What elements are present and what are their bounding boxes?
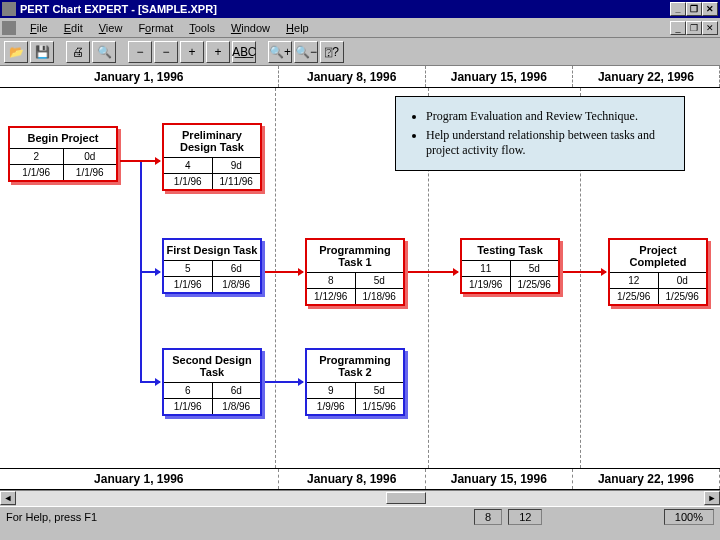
scroll-thumb[interactable] [386, 492, 426, 504]
menu-edit[interactable]: Edit [56, 20, 91, 36]
app-icon [2, 2, 16, 16]
task-node-prog1[interactable]: Programming Task 1 85d 1/12/961/18/96 [305, 238, 405, 306]
task-node-second-design[interactable]: Second Design Task 66d 1/1/961/8/96 [162, 348, 262, 416]
info-bullet: Program Evaluation and Review Technique. [426, 109, 670, 124]
print-icon[interactable]: 🖨 [66, 41, 90, 63]
status-field-a: 8 [474, 509, 502, 525]
mdi-maximize-button[interactable]: ❐ [686, 21, 702, 35]
mdi-minimize-button[interactable]: _ [670, 21, 686, 35]
info-bullet: Help understand relationship between tas… [426, 128, 670, 158]
toolbar: 📂 💾 🖨 🔍 − − + + A͟B͟C 🔍+ 🔍− ⍰? [0, 38, 720, 66]
status-help: For Help, press F1 [6, 511, 97, 523]
menu-bar: File Edit View Format Tools Window Help … [0, 18, 720, 38]
task-title: Preliminary Design Task [164, 125, 260, 158]
task-title: Testing Task [462, 240, 558, 261]
arrow [265, 381, 303, 383]
timeline-header: January 1, 1996 January 8, 1996 January … [0, 66, 720, 88]
minimize-button[interactable]: _ [670, 2, 686, 16]
status-zoom: 100% [664, 509, 714, 525]
window-title: PERT Chart EXPERT - [SAMPLE.XPR] [20, 3, 670, 15]
status-bar: For Help, press F1 8 12 100% [0, 506, 720, 526]
task-title: First Design Task [164, 240, 260, 261]
timeline-date: January 1, 1996 [0, 469, 279, 489]
horizontal-scrollbar[interactable]: ◄ ► [0, 490, 720, 506]
arrow [140, 271, 160, 273]
zoomout-icon[interactable]: 🔍− [294, 41, 318, 63]
timeline-date: January 22, 1996 [573, 469, 720, 489]
zoom-icon[interactable]: 🔍 [92, 41, 116, 63]
task-node-prog2[interactable]: Programming Task 2 95d 1/9/961/15/96 [305, 348, 405, 416]
task-title: Second Design Task [164, 350, 260, 383]
arrow [265, 271, 303, 273]
timeline-date: January 8, 1996 [279, 66, 426, 87]
close-button[interactable]: ✕ [702, 2, 718, 16]
task-node-completed[interactable]: Project Completed 120d 1/25/961/25/96 [608, 238, 708, 306]
timeline-date: January 8, 1996 [279, 469, 426, 489]
menu-format[interactable]: Format [130, 20, 181, 36]
minus-icon[interactable]: − [128, 41, 152, 63]
timeline-date: January 15, 1996 [426, 469, 573, 489]
scroll-right-icon[interactable]: ► [704, 491, 720, 505]
window-controls: _ ❐ ✕ [670, 2, 718, 16]
minus2-icon[interactable]: − [154, 41, 178, 63]
scroll-left-icon[interactable]: ◄ [0, 491, 16, 505]
task-node-first-design[interactable]: First Design Task 56d 1/1/961/8/96 [162, 238, 262, 294]
plus-icon[interactable]: + [180, 41, 204, 63]
context-help-icon[interactable]: ⍰? [320, 41, 344, 63]
arrow [140, 381, 160, 383]
task-title: Begin Project [10, 128, 116, 149]
arrow [563, 271, 606, 273]
timeline-footer: January 1, 1996 January 8, 1996 January … [0, 468, 720, 490]
menu-view[interactable]: View [91, 20, 131, 36]
mdi-controls: _ ❐ ✕ [670, 21, 718, 35]
doc-icon [2, 21, 16, 35]
task-title: Programming Task 1 [307, 240, 403, 273]
menu-tools[interactable]: Tools [181, 20, 223, 36]
maximize-button[interactable]: ❐ [686, 2, 702, 16]
timeline-date: January 22, 1996 [573, 66, 720, 87]
menu-file[interactable]: File [22, 20, 56, 36]
chart-canvas[interactable]: Begin Project 20d 1/1/961/1/96 Prelimina… [0, 88, 720, 468]
zoomin-icon[interactable]: 🔍+ [268, 41, 292, 63]
title-bar: PERT Chart EXPERT - [SAMPLE.XPR] _ ❐ ✕ [0, 0, 720, 18]
task-node-begin[interactable]: Begin Project 20d 1/1/961/1/96 [8, 126, 118, 182]
scroll-track[interactable] [16, 491, 704, 506]
spellcheck-icon[interactable]: A͟B͟C [232, 41, 256, 63]
task-title: Programming Task 2 [307, 350, 403, 383]
task-node-testing[interactable]: Testing Task 115d 1/19/961/25/96 [460, 238, 560, 294]
info-callout: Program Evaluation and Review Technique.… [395, 96, 685, 171]
open-icon[interactable]: 📂 [4, 41, 28, 63]
menu-help[interactable]: Help [278, 20, 317, 36]
timeline-date: January 15, 1996 [426, 66, 573, 87]
task-node-prelim[interactable]: Preliminary Design Task 49d 1/1/961/11/9… [162, 123, 262, 191]
menu-window[interactable]: Window [223, 20, 278, 36]
plus2-icon[interactable]: + [206, 41, 230, 63]
save-icon[interactable]: 💾 [30, 41, 54, 63]
task-title: Project Completed [610, 240, 706, 273]
timeline-date: January 1, 1996 [0, 66, 279, 87]
arrow [408, 271, 458, 273]
status-field-b: 12 [508, 509, 542, 525]
mdi-close-button[interactable]: ✕ [702, 21, 718, 35]
